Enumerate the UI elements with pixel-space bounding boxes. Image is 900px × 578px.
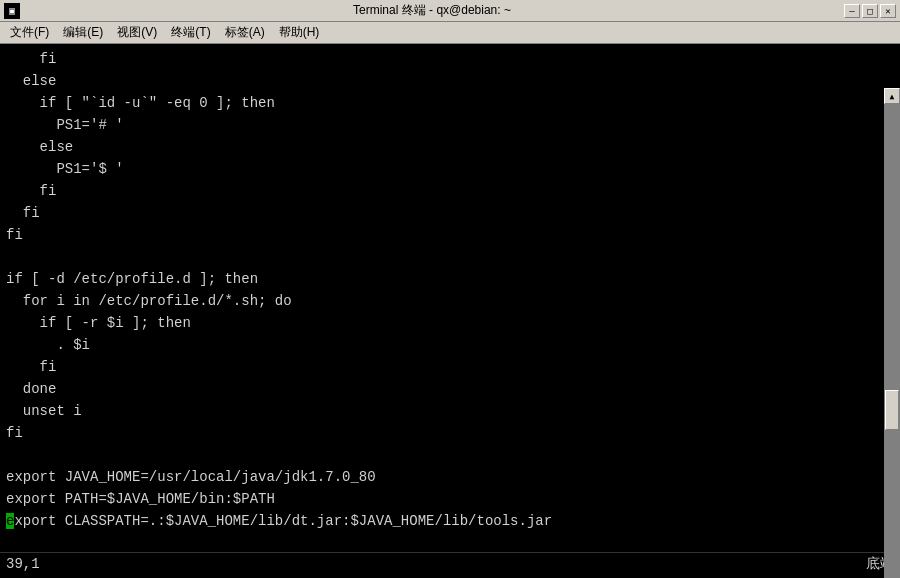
menu-item-f[interactable]: 文件(F)	[4, 22, 55, 43]
window-title: Terminal 终端 - qx@debian: ~	[20, 2, 844, 19]
terminal-line: else	[6, 136, 894, 158]
menu-item-v[interactable]: 视图(V)	[111, 22, 163, 43]
terminal-line: fi	[6, 356, 894, 378]
titlebar: ▣ Terminal 终端 - qx@debian: ~ — □ ✕	[0, 0, 900, 22]
menu-item-h[interactable]: 帮助(H)	[273, 22, 326, 43]
terminal-line: done	[6, 378, 894, 400]
terminal-line: fi	[6, 224, 894, 246]
terminal-content[interactable]: fi else if [ "`id -u`" -eq 0 ]; then PS1…	[0, 44, 900, 552]
terminal-line: export PATH=$JAVA_HOME/bin:$PATH	[6, 488, 894, 510]
close-button[interactable]: ✕	[880, 4, 896, 18]
terminal-line: . $i	[6, 334, 894, 356]
menu-item-t[interactable]: 终端(T)	[165, 22, 216, 43]
maximize-button[interactable]: □	[862, 4, 878, 18]
scrollbar[interactable]: ▲ ▼	[884, 88, 900, 578]
menubar: 文件(F)编辑(E)视图(V)终端(T)标签(A)帮助(H)	[0, 22, 900, 44]
terminal-line: if [ -d /etc/profile.d ]; then	[6, 268, 894, 290]
menu-item-a[interactable]: 标签(A)	[219, 22, 271, 43]
terminal-line: if [ "`id -u`" -eq 0 ]; then	[6, 92, 894, 114]
terminal-line: PS1='$ '	[6, 158, 894, 180]
minimize-button[interactable]: —	[844, 4, 860, 18]
terminal-line: PS1='# '	[6, 114, 894, 136]
terminal-line	[6, 246, 894, 268]
menu-item-e[interactable]: 编辑(E)	[57, 22, 109, 43]
terminal-line: export CLASSPATH=.:$JAVA_HOME/lib/dt.jar…	[6, 510, 894, 532]
cursor-position: 39,1	[6, 556, 40, 572]
terminal-line	[6, 444, 894, 466]
window-controls: — □ ✕	[844, 4, 896, 18]
terminal-line: fi	[6, 422, 894, 444]
terminal-line: fi	[6, 48, 894, 70]
terminal-line: for i in /etc/profile.d/*.sh; do	[6, 290, 894, 312]
terminal-wrapper: fi else if [ "`id -u`" -eq 0 ]; then PS1…	[0, 44, 900, 552]
statusbar: 39,1 底端	[0, 552, 900, 574]
terminal-line: unset i	[6, 400, 894, 422]
scroll-track[interactable]	[884, 104, 900, 578]
scroll-up-button[interactable]: ▲	[884, 88, 900, 104]
terminal-line: if [ -r $i ]; then	[6, 312, 894, 334]
terminal-line: export JAVA_HOME=/usr/local/java/jdk1.7.…	[6, 466, 894, 488]
scroll-thumb[interactable]	[885, 390, 899, 430]
terminal-line: else	[6, 70, 894, 92]
terminal-line: fi	[6, 202, 894, 224]
terminal-line: fi	[6, 180, 894, 202]
terminal-icon: ▣	[4, 3, 20, 19]
